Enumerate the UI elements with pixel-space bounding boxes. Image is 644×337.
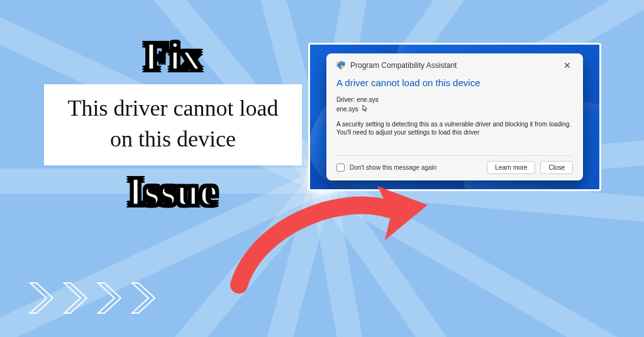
dialog-description: A security setting is detecting this as … — [336, 120, 573, 136]
learn-more-button[interactable]: Learn more — [487, 161, 535, 174]
dialog-body: Driver: ene.sys ene.sys A security setti… — [336, 96, 573, 136]
dialog-heading: A driver cannot load on this device — [336, 77, 573, 88]
dont-show-label: Don't show this message again — [350, 164, 436, 171]
driver-file-line: ene.sys — [336, 106, 358, 113]
chevrons-decoration — [28, 280, 160, 316]
screenshot-panel: Program Compatibility Assistant ✕ A driv… — [308, 43, 601, 191]
close-button[interactable]: Close — [540, 161, 573, 174]
dont-show-checkbox[interactable] — [336, 163, 345, 172]
chevron-right-icon — [96, 280, 126, 316]
chevron-right-icon — [130, 280, 160, 316]
headline-card: This driver cannot load on this device — [44, 84, 302, 165]
dialog-footer: Don't show this message again Learn more… — [336, 155, 573, 180]
cursor-icon — [362, 104, 369, 114]
compat-assistant-dialog: Program Compatibility Assistant ✕ A driv… — [326, 53, 583, 180]
shield-icon — [336, 61, 345, 70]
headline-bottom: Issue — [44, 172, 302, 212]
driver-label-line: Driver: ene.sys — [336, 96, 573, 104]
chevron-right-icon — [28, 280, 58, 316]
chevron-right-icon — [62, 280, 92, 316]
headline-top: Fix — [44, 36, 302, 77]
dialog-titlebar: Program Compatibility Assistant ✕ — [336, 60, 573, 71]
dialog-title-text: Program Compatibility Assistant — [350, 61, 457, 70]
headline-block: Fix This driver cannot load on this devi… — [44, 36, 302, 212]
close-icon[interactable]: ✕ — [562, 60, 573, 71]
